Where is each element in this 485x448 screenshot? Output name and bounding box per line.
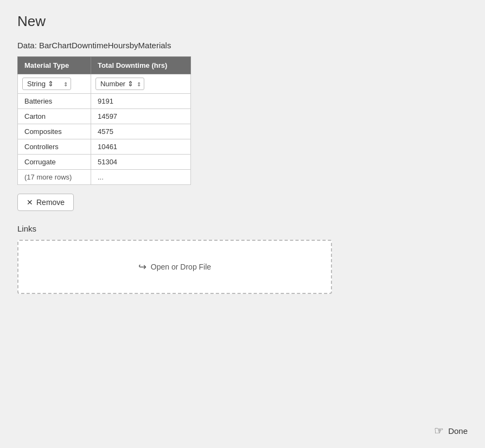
material-type-cell: Batteries xyxy=(18,94,91,109)
table-row: Composites 4575 xyxy=(18,124,191,139)
data-table: Material Type Total Downtime (hrs) Strin… xyxy=(17,56,191,185)
more-rows-cell: (17 more rows) xyxy=(18,170,91,185)
material-type-select[interactable]: String ⇕ Number xyxy=(22,78,71,90)
column-header-material-type: Material Type xyxy=(18,57,91,74)
remove-button-label: Remove xyxy=(36,198,65,207)
total-downtime-cell: 51304 xyxy=(91,155,190,170)
material-type-cell: Carton xyxy=(18,109,91,124)
drop-zone[interactable]: ↪ Open or Drop File xyxy=(17,240,332,294)
open-file-icon: ↪ xyxy=(138,261,146,273)
data-table-wrapper: Material Type Total Downtime (hrs) Strin… xyxy=(17,56,468,185)
downtime-type-select[interactable]: Number ⇕ String xyxy=(95,78,144,90)
total-downtime-cell: 10461 xyxy=(91,139,190,155)
material-type-cell: Corrugate xyxy=(18,155,91,170)
links-title: Links xyxy=(17,224,468,233)
material-type-cell: Composites xyxy=(18,124,91,139)
type-cell-downtime: Number ⇕ String xyxy=(91,74,190,94)
drop-zone-content: ↪ Open or Drop File xyxy=(138,261,211,273)
page-container: New Data: BarChartDowntimeHoursbyMateria… xyxy=(0,0,485,448)
table-row: Carton 14597 xyxy=(18,109,191,124)
type-row: String ⇕ Number Number ⇕ String xyxy=(18,74,191,94)
table-row-more: (17 more rows) ... xyxy=(18,170,191,185)
total-downtime-cell: 14597 xyxy=(91,109,190,124)
cursor-icon: ☞ xyxy=(434,424,444,437)
column-header-total-downtime: Total Downtime (hrs) xyxy=(91,57,190,74)
links-section: Links ↪ Open or Drop File xyxy=(17,224,468,294)
done-button-area: ☞ Done xyxy=(434,424,468,437)
page-title: New xyxy=(17,13,468,30)
number-select-wrapper[interactable]: Number ⇕ String xyxy=(95,78,144,90)
remove-x-icon: ✕ xyxy=(27,198,33,207)
data-section-label: Data: BarChartDowntimeHoursbyMaterials xyxy=(17,41,468,50)
table-row: Batteries 9191 xyxy=(18,94,191,109)
table-row: Controllers 10461 xyxy=(18,139,191,155)
table-row: Corrugate 51304 xyxy=(18,155,191,170)
total-downtime-cell: 9191 xyxy=(91,94,190,109)
string-select-wrapper[interactable]: String ⇕ Number xyxy=(22,78,71,90)
drop-zone-label: Open or Drop File xyxy=(151,263,211,271)
more-rows-ellipsis: ... xyxy=(91,170,190,185)
done-button[interactable]: Done xyxy=(448,426,468,436)
type-cell-material: String ⇕ Number xyxy=(18,74,91,94)
total-downtime-cell: 4575 xyxy=(91,124,190,139)
remove-button[interactable]: ✕ Remove xyxy=(17,194,74,211)
material-type-cell: Controllers xyxy=(18,139,91,155)
